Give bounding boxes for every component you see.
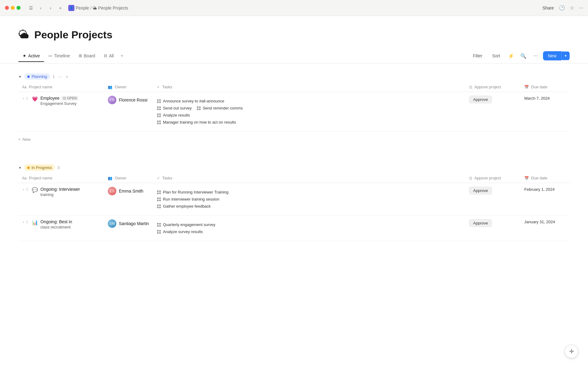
planning-more-button[interactable]: ··· [57, 74, 63, 80]
more-toolbar-button[interactable]: ··· [531, 51, 541, 61]
tab-timeline[interactable]: ▭ Timeline [44, 50, 74, 62]
tab-active[interactable]: ★ Active [18, 50, 44, 62]
planning-add-new-row[interactable]: + New [18, 134, 570, 145]
task-label: Run interviewer training session [163, 197, 219, 201]
project-name-inner: + ⠿ 💗 Employee ⊡ OPEN [22, 96, 100, 106]
project-tasks-cell: Announce survey to #all-announce Send ou… [153, 92, 466, 132]
project-title-2[interactable]: Ongoing: Interviewer [40, 187, 80, 192]
planning-add-button[interactable]: + [64, 74, 69, 80]
project-title[interactable]: Employee [40, 96, 59, 101]
approve-button[interactable]: Approve [469, 96, 492, 103]
row-add-button-2[interactable]: + [22, 187, 25, 192]
star-icon[interactable]: ☆ [570, 5, 574, 11]
add-new-label: New [23, 137, 31, 142]
row-drag-button-3[interactable]: ⠿ [25, 220, 29, 225]
board-tab-icon: ⊞ [79, 53, 82, 58]
nav-forward-icon[interactable]: › [46, 4, 55, 12]
breadcrumb-current[interactable]: People Projects [98, 6, 128, 10]
inprogress-collapse-icon[interactable]: ▼ [18, 166, 22, 170]
text-icon-2: Aa [22, 176, 27, 180]
nav-add-icon[interactable]: + [56, 4, 65, 12]
svg-rect-17 [159, 121, 161, 122]
row-drag-button-2[interactable]: ⠿ [25, 187, 29, 192]
project-title-3[interactable]: Ongoing: Best in [40, 219, 72, 224]
share-button[interactable]: Share [542, 6, 554, 10]
svg-rect-14 [157, 116, 159, 117]
task-grid-icon [157, 230, 161, 234]
task-label: Announce survey to #all-announce [163, 99, 224, 103]
planning-label: Planning [32, 74, 47, 79]
tab-add-button[interactable]: + [118, 50, 126, 62]
traffic-lights [5, 6, 21, 10]
page-header: 🌥 People Projects [0, 16, 588, 41]
project-tasks-cell-2: Plan for Running Interviewer Training Ru… [153, 183, 466, 216]
svg-rect-24 [157, 197, 159, 199]
filter-button[interactable]: Filter [469, 52, 486, 60]
task-label: Send out survey [163, 106, 192, 110]
nav-back-icon[interactable]: ‹ [36, 4, 45, 12]
inprogress-table-head: Aa Project name 👥 Owner ✓ Tasks ⊡ Appove… [18, 173, 570, 183]
project-name-inner-2: + ⠿ 💬 Ongoing: Interviewer training [22, 187, 100, 197]
svg-rect-6 [157, 109, 159, 110]
page-title: People Projects [34, 29, 112, 41]
minimize-button[interactable] [11, 6, 15, 10]
main-content: 🌥 People Projects ★ Active ▭ Timeline ⊞ … [0, 16, 588, 368]
svg-rect-39 [159, 232, 161, 234]
project-sub-title-2[interactable]: training [40, 192, 80, 197]
task-grid-icon [157, 99, 161, 103]
project-due-date-cell-2: February 1, 2024 [521, 183, 570, 216]
svg-rect-3 [159, 102, 161, 103]
planning-collapse-icon[interactable]: ▼ [18, 75, 22, 79]
project-approve-cell-3: Approve [466, 216, 521, 241]
history-icon[interactable]: 🕐 [559, 5, 565, 11]
more-options-icon[interactable]: ··· [579, 5, 583, 11]
new-dropdown-button[interactable]: ▾ [561, 52, 570, 60]
sidebar-toggle-icon[interactable]: ☰ [27, 4, 35, 12]
sort-button[interactable]: Sort [488, 52, 504, 60]
project-sub-title-3[interactable]: class recruitment [40, 225, 72, 229]
inprogress-dot-icon [27, 167, 30, 169]
breadcrumb-parent[interactable]: People [76, 6, 89, 10]
maximize-button[interactable] [17, 6, 21, 10]
float-action-button[interactable]: ✛ [565, 345, 578, 358]
svg-rect-28 [157, 205, 159, 206]
row-add-button-3[interactable]: + [22, 220, 25, 225]
approve-button-3[interactable]: Approve [469, 219, 492, 227]
planning-count: 1 [53, 74, 55, 79]
svg-rect-37 [159, 230, 161, 232]
owner-cell-inner: FR Florence Rossi [108, 96, 149, 104]
svg-rect-0 [157, 99, 159, 101]
project-sub-title[interactable]: Engagement Survey [40, 101, 78, 106]
close-button[interactable] [5, 6, 9, 10]
tab-board[interactable]: ⊞ Board [74, 50, 100, 62]
inprogress-header-row: Aa Project name 👥 Owner ✓ Tasks ⊡ Appove… [18, 173, 570, 183]
project-name-inner-3: + ⠿ 📊 Ongoing: Best in class recruitment [22, 219, 100, 229]
task-label: Quarterly engagement survey [163, 222, 215, 227]
task-grid-icon [157, 204, 161, 209]
bolt-button[interactable]: ⚡ [506, 51, 516, 61]
search-button[interactable]: 🔍 [518, 51, 528, 61]
calendar-col-icon-2: 📅 [524, 176, 529, 180]
col-header-tasks: ✓ Tasks [153, 82, 466, 92]
svg-rect-9 [199, 106, 201, 108]
titlebar-right: Share 🕐 ☆ ··· [542, 5, 583, 11]
task-grid-icon [157, 223, 161, 227]
col-header-tasks-2: ✓ Tasks [153, 173, 466, 183]
new-main-button[interactable]: New [543, 51, 561, 60]
row-add-button[interactable]: + [22, 96, 25, 101]
task-grid-icon [157, 197, 161, 201]
svg-rect-22 [157, 193, 159, 194]
open-badge-label: OPEN [67, 96, 77, 100]
col-header-due-date-2: 📅 Due date [521, 173, 570, 183]
tab-all[interactable]: ⊟ All [100, 50, 118, 62]
list-item: Analyze survey results [157, 229, 462, 235]
owner-cell-inner-2: ES Emma Smith [108, 187, 149, 195]
timeline-tab-icon: ▭ [48, 53, 52, 58]
row-drag-button[interactable]: ⠿ [25, 96, 29, 101]
breadcrumb: 👤 People / 🌥 People Projects [68, 5, 128, 11]
approve-button-2[interactable]: Approve [469, 187, 492, 194]
planning-section: ▼ Planning 1 ··· + Aa Project name [0, 63, 588, 145]
project-approve-cell: Approve [466, 92, 521, 132]
all-tab-icon: ⊟ [104, 53, 107, 58]
row-actions-3: + ⠿ [22, 220, 29, 225]
